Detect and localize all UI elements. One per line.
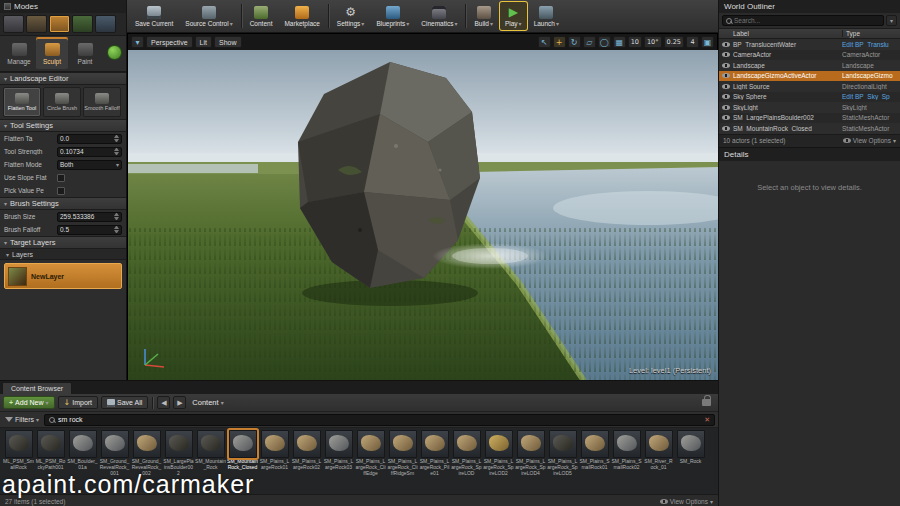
- settings-button[interactable]: ⚙ Settings▾: [332, 2, 370, 30]
- outliner-search-input[interactable]: [722, 15, 884, 26]
- brush-falloff-input[interactable]: 0.5: [57, 225, 122, 235]
- flatten-tool-button[interactable]: Flatten Tool: [3, 87, 41, 117]
- forward-button[interactable]: ▶: [173, 396, 186, 409]
- select-tool-icon[interactable]: ↖: [538, 36, 551, 48]
- rotation-snap-toggle[interactable]: 10°: [644, 36, 662, 48]
- asset-item[interactable]: SM_Plains_LargeRock_SpireLOD: [451, 430, 482, 476]
- layers-subheader[interactable]: ▾ Layers: [0, 249, 126, 260]
- outliner-row[interactable]: CameraActor CameraActor: [719, 50, 900, 61]
- tool-strength-input[interactable]: 0.10734: [57, 147, 122, 157]
- content-browser-tab[interactable]: Content Browser: [2, 382, 72, 394]
- target-layer-item[interactable]: NewLayer: [4, 263, 122, 289]
- content-view-options[interactable]: View Options ▾: [660, 498, 713, 505]
- visibility-eye-icon[interactable]: [722, 94, 730, 99]
- column-type[interactable]: Type: [842, 30, 900, 37]
- outliner-row[interactable]: Light Source DirectionalLight: [719, 81, 900, 92]
- visibility-eye-icon[interactable]: [722, 42, 730, 47]
- camera-speed-button[interactable]: 4: [686, 36, 699, 48]
- asset-item[interactable]: SM_Plains_LargeRock02: [291, 430, 322, 476]
- use-slope-checkbox[interactable]: [57, 174, 65, 182]
- source-control-button[interactable]: Source Control▾: [180, 2, 237, 30]
- asset-thumbnail[interactable]: [485, 430, 513, 458]
- asset-item[interactable]: SM_Plains_LargeRock_CliffRidgeSm: [387, 430, 418, 476]
- brush-settings-header[interactable]: ▾ Brush Settings: [0, 197, 126, 210]
- visibility-eye-icon[interactable]: [722, 126, 730, 131]
- visibility-eye-icon[interactable]: [722, 73, 730, 78]
- brush-size-input[interactable]: 259.533386: [57, 212, 122, 222]
- asset-item[interactable]: SM_River_Rock_01: [643, 430, 674, 476]
- visibility-eye-icon[interactable]: [722, 63, 730, 68]
- asset-search-input[interactable]: [58, 416, 701, 423]
- import-button[interactable]: ↓ Import: [58, 396, 99, 409]
- spinner-arrows-icon[interactable]: [114, 213, 119, 220]
- outliner-search-field[interactable]: [734, 17, 880, 24]
- asset-item[interactable]: SM_Plains_LargeRock03: [323, 430, 354, 476]
- place-mode-icon[interactable]: [3, 15, 24, 33]
- lock-icon[interactable]: [702, 399, 711, 406]
- add-new-button[interactable]: + Add New ▾: [3, 396, 55, 409]
- asset-thumbnail[interactable]: [5, 430, 33, 458]
- asset-search-box[interactable]: ✕: [44, 414, 715, 426]
- lit-dropdown[interactable]: Lit: [195, 36, 212, 48]
- level-viewport[interactable]: ▾ Perspective Lit Show ↖ + ↻ ▱ ◯ ▦ 10 10…: [127, 33, 718, 380]
- visibility-eye-icon[interactable]: [722, 84, 730, 89]
- asset-thumbnail[interactable]: [677, 430, 705, 458]
- asset-thumbnail[interactable]: [453, 430, 481, 458]
- column-label[interactable]: Label: [719, 30, 842, 37]
- filters-button[interactable]: Filters ▾: [3, 416, 41, 423]
- asset-item[interactable]: SM_Plains_LargeRock01: [259, 430, 290, 476]
- asset-thumbnail[interactable]: [197, 430, 225, 458]
- asset-thumbnail[interactable]: [581, 430, 609, 458]
- outliner-settings-icon[interactable]: ▾: [886, 15, 897, 26]
- outliner-view-options[interactable]: View Options ▾: [843, 137, 896, 144]
- outliner-column-headers[interactable]: Label Type: [719, 28, 900, 39]
- tab-sculpt[interactable]: Sculpt: [36, 38, 68, 69]
- spinner-arrows-icon[interactable]: [114, 148, 119, 155]
- asset-thumbnail[interactable]: [229, 430, 257, 458]
- landscape-mode-icon[interactable]: [49, 15, 70, 33]
- asset-thumbnail[interactable]: [261, 430, 289, 458]
- foliage-mode-icon[interactable]: [72, 15, 93, 33]
- clear-search-icon[interactable]: ✕: [704, 416, 710, 424]
- outliner-row[interactable]: SkyLight SkyLight: [719, 102, 900, 113]
- circle-brush-button[interactable]: Circle Brush: [43, 87, 81, 117]
- breadcrumb-content[interactable]: Content: [192, 398, 218, 407]
- flatten-target-input[interactable]: 0.0: [57, 134, 122, 144]
- save-all-button[interactable]: Save All: [101, 396, 148, 409]
- play-button[interactable]: ▶ Play▾: [500, 2, 527, 30]
- outliner-row[interactable]: LandscapeGizmoActiveActor LandscapeGizmo: [719, 71, 900, 82]
- translate-tool-icon[interactable]: +: [553, 36, 566, 48]
- build-button[interactable]: Build▾: [469, 2, 497, 30]
- perspective-dropdown[interactable]: Perspective: [146, 36, 193, 48]
- landscape-editor-header[interactable]: ▾ Landscape Editor: [0, 72, 126, 85]
- outliner-row[interactable]: SM_LargePlainsBoulder002 StaticMeshActor: [719, 113, 900, 124]
- flatten-mode-dropdown[interactable]: Both ▾: [57, 160, 122, 170]
- scale-snap-toggle[interactable]: 0.25: [664, 36, 684, 48]
- asset-thumbnail[interactable]: [293, 430, 321, 458]
- viewport-options-icon[interactable]: ▾: [131, 36, 144, 48]
- asset-thumbnail[interactable]: [421, 430, 449, 458]
- scale-tool-icon[interactable]: ▱: [583, 36, 596, 48]
- tool-settings-header[interactable]: ▾ Tool Settings: [0, 119, 126, 132]
- asset-thumbnail[interactable]: [37, 430, 65, 458]
- asset-item[interactable]: SM_Plains_LargeRock_SpireLOD2: [483, 430, 514, 476]
- viewport-scene[interactable]: [128, 50, 719, 381]
- asset-thumbnail[interactable]: [325, 430, 353, 458]
- world-coordinate-icon[interactable]: ◯: [598, 36, 611, 48]
- asset-thumbnail[interactable]: [613, 430, 641, 458]
- green-circle-icon[interactable]: [107, 45, 122, 60]
- asset-item[interactable]: SM_Plains_LargeRock_SpireLOD5: [547, 430, 578, 476]
- asset-thumbnail[interactable]: [389, 430, 417, 458]
- asset-thumbnail[interactable]: [69, 430, 97, 458]
- asset-thumbnail[interactable]: [133, 430, 161, 458]
- back-button[interactable]: ◀: [157, 396, 170, 409]
- geometry-mode-icon[interactable]: [95, 15, 116, 33]
- outliner-row[interactable]: SM_MountainRock_Closed StaticMeshActor: [719, 123, 900, 134]
- maximize-viewport-icon[interactable]: ▣: [701, 36, 714, 48]
- pick-value-checkbox[interactable]: [57, 187, 65, 195]
- marketplace-button[interactable]: Marketplace: [279, 2, 324, 30]
- asset-thumbnail[interactable]: [165, 430, 193, 458]
- spinner-arrows-icon[interactable]: [114, 226, 119, 233]
- tab-manage[interactable]: Manage: [3, 38, 35, 69]
- visibility-eye-icon[interactable]: [722, 52, 730, 57]
